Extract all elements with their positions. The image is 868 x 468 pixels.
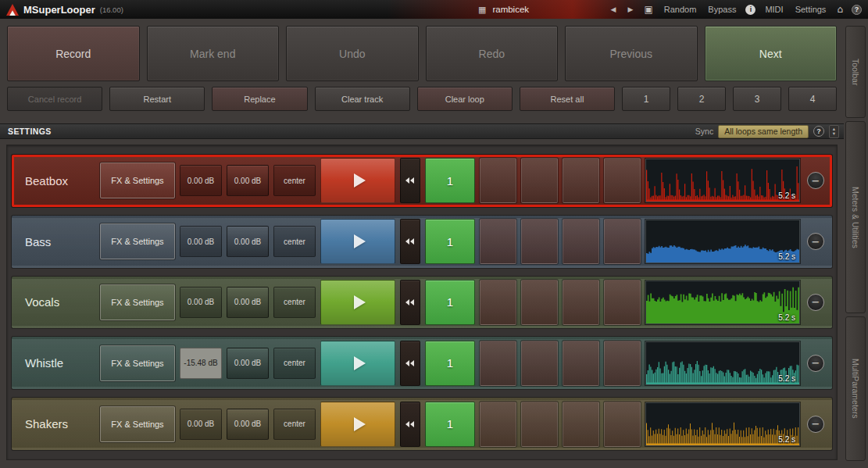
track-name[interactable]: Beatbox	[17, 174, 95, 188]
info-icon[interactable]: i	[745, 5, 755, 15]
rewind-button[interactable]	[400, 402, 420, 447]
pan-value-box[interactable]: center	[273, 287, 316, 318]
sync-help-icon[interactable]: ?	[813, 126, 824, 137]
loop-slot-5-button[interactable]	[604, 280, 641, 325]
bank-1-button[interactable]: 1	[622, 87, 670, 111]
play-button[interactable]	[320, 219, 395, 264]
feedback-value-box[interactable]: 0.00 dB	[227, 165, 269, 196]
track-name[interactable]: Bass	[17, 235, 95, 248]
remove-track-button[interactable]: −	[807, 233, 824, 250]
screen-resize-icon[interactable]: ▣	[642, 3, 654, 16]
loop-slot-4-button[interactable]	[563, 402, 599, 447]
feedback-value-box[interactable]: 0.00 dB	[227, 287, 269, 318]
tab-multiparameters[interactable]: MultiParameters	[845, 316, 866, 461]
rewind-button[interactable]	[400, 280, 420, 325]
loop-slot-5-button[interactable]	[604, 158, 641, 203]
waveform-display[interactable]: 5.2 s	[645, 159, 800, 202]
clear-loop-button[interactable]: Clear loop	[417, 87, 513, 111]
loop-slot-3-button[interactable]	[521, 402, 558, 447]
fx-settings-button[interactable]: FX & Settings	[100, 345, 175, 381]
track-row[interactable]: Whistle FX & Settings -15.48 dB 0.00 dB …	[12, 337, 832, 389]
bypass-button[interactable]: Bypass	[705, 3, 738, 16]
loop-slot-4-button[interactable]	[563, 280, 599, 325]
gain-value-box[interactable]: 0.00 dB	[180, 409, 222, 440]
waveform-display[interactable]: 5.2 s	[645, 280, 800, 324]
loop-slot-3-button[interactable]	[521, 158, 558, 203]
loop-slot-1-button[interactable]: 1	[425, 158, 475, 203]
loop-slot-4-button[interactable]	[563, 341, 599, 386]
loop-slot-1-button[interactable]: 1	[425, 219, 475, 264]
play-button[interactable]	[320, 402, 395, 447]
bank-4-button[interactable]: 4	[788, 87, 837, 111]
loop-slot-2-button[interactable]	[480, 280, 516, 325]
track-row[interactable]: Shakers FX & Settings 0.00 dB 0.00 dB ce…	[12, 398, 832, 450]
gain-value-box[interactable]: 0.00 dB	[180, 226, 222, 257]
waveform-display[interactable]: 5.2 s	[645, 402, 800, 446]
loop-slot-3-button[interactable]	[521, 341, 558, 386]
play-button[interactable]	[320, 158, 395, 203]
next-button[interactable]: Next	[705, 26, 838, 81]
loop-slot-4-button[interactable]	[563, 158, 599, 203]
loop-slot-1-button[interactable]: 1	[425, 280, 475, 325]
track-row[interactable]: Bass FX & Settings 0.00 dB 0.00 dB cente…	[12, 216, 832, 268]
fx-settings-button[interactable]: FX & Settings	[100, 406, 175, 442]
remove-track-button[interactable]: −	[807, 355, 824, 372]
settings-button[interactable]: Settings	[793, 3, 829, 16]
gain-value-box[interactable]: -15.48 dB	[180, 348, 222, 379]
fx-settings-button[interactable]: FX & Settings	[100, 163, 175, 198]
loop-slot-5-button[interactable]	[604, 219, 641, 264]
rewind-button[interactable]	[400, 158, 420, 203]
fx-settings-button[interactable]: FX & Settings	[100, 223, 175, 259]
next-preset-button[interactable]: ▶	[625, 4, 635, 15]
play-button[interactable]	[320, 341, 395, 386]
loop-slot-1-button[interactable]: 1	[425, 402, 475, 447]
rewind-button[interactable]	[400, 219, 420, 264]
feedback-value-box[interactable]: 0.00 dB	[227, 409, 269, 440]
mark-end-button[interactable]: Mark end	[147, 26, 280, 81]
sync-mode-button[interactable]: All loops same length	[718, 125, 809, 138]
track-row[interactable]: Vocals FX & Settings 0.00 dB 0.00 dB cen…	[12, 277, 832, 329]
bank-2-button[interactable]: 2	[677, 87, 726, 111]
bank-3-button[interactable]: 3	[733, 87, 781, 111]
rewind-button[interactable]	[400, 341, 420, 386]
preset-browser-icon[interactable]: ▦	[478, 5, 486, 15]
loop-slot-3-button[interactable]	[521, 280, 558, 325]
loop-slot-2-button[interactable]	[480, 219, 516, 264]
fx-settings-button[interactable]: FX & Settings	[100, 284, 175, 320]
loop-slot-2-button[interactable]	[480, 158, 516, 203]
clear-track-button[interactable]: Clear track	[315, 87, 410, 111]
help-icon[interactable]: ?	[852, 5, 862, 15]
remove-track-button[interactable]: −	[807, 172, 824, 189]
play-button[interactable]	[320, 280, 395, 325]
feedback-value-box[interactable]: 0.00 dB	[227, 226, 269, 257]
track-name[interactable]: Shakers	[17, 417, 95, 430]
pan-value-box[interactable]: center	[273, 165, 316, 196]
track-row[interactable]: Beatbox FX & Settings 0.00 dB 0.00 dB ce…	[12, 155, 832, 207]
preset-selector[interactable]: ▦ rambicek	[478, 0, 529, 19]
loop-slot-5-button[interactable]	[604, 341, 641, 386]
remove-track-button[interactable]: −	[807, 416, 824, 433]
cancel-record-button[interactable]: Cancel record	[7, 87, 102, 111]
sync-spinner[interactable]: ▴ ▾	[829, 125, 839, 138]
loop-slot-1-button[interactable]: 1	[425, 341, 475, 386]
random-button[interactable]: Random	[662, 3, 699, 16]
tab-meters-utilities[interactable]: Meters & Utilities	[845, 121, 866, 313]
loop-slot-5-button[interactable]	[604, 402, 641, 447]
feedback-value-box[interactable]: 0.00 dB	[227, 348, 269, 379]
previous-button[interactable]: Previous	[565, 26, 698, 81]
gain-value-box[interactable]: 0.00 dB	[180, 287, 222, 318]
midi-button[interactable]: MIDI	[763, 3, 785, 16]
restart-button[interactable]: Restart	[109, 87, 205, 111]
preset-name[interactable]: rambicek	[492, 5, 529, 14]
gain-value-box[interactable]: 0.00 dB	[180, 165, 222, 196]
track-name[interactable]: Whistle	[17, 356, 95, 370]
replace-button[interactable]: Replace	[212, 87, 307, 111]
home-icon[interactable]: ⌂	[835, 3, 845, 16]
record-button[interactable]: Record	[7, 26, 140, 81]
loop-slot-2-button[interactable]	[480, 402, 516, 447]
waveform-display[interactable]: 5.2 s	[645, 220, 800, 263]
loop-slot-4-button[interactable]	[563, 219, 599, 264]
tab-toolbar[interactable]: Toolbar	[845, 26, 866, 118]
redo-button[interactable]: Redo	[426, 26, 559, 81]
loop-slot-2-button[interactable]	[480, 341, 516, 386]
